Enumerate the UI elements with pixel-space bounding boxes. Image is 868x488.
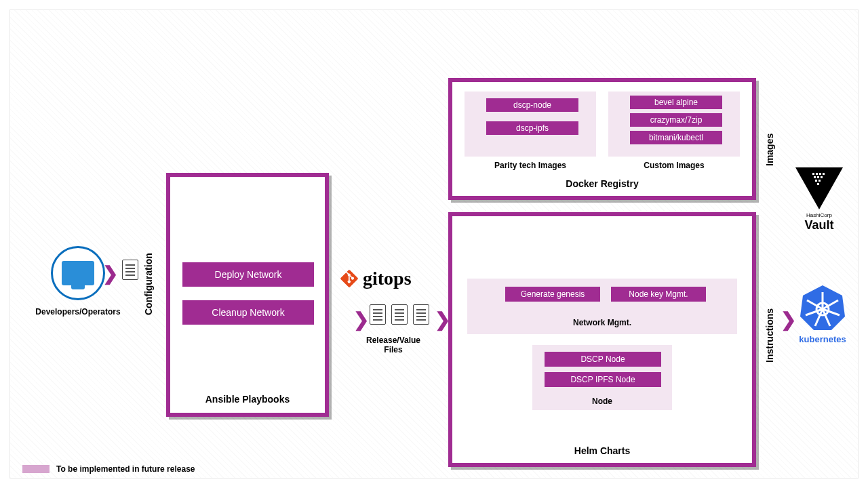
legend-text: To be implemented in future release [56,464,195,474]
ansible-title: Ansible Playbooks [170,394,325,405]
legend-swatch [22,465,50,473]
docker-registry-box: dscp-node dscp-ipfs Parity tech Images b… [448,78,756,200]
arrow-icon: ❯ [102,262,118,285]
vault-block: HashiCorp Vault [789,167,850,232]
chip-node-key-mgmt: Node key Mgmt. [611,287,706,302]
svg-rect-4 [814,176,816,178]
kubernetes-icon [799,284,846,331]
chip-dscp-node: dscp-node [486,98,578,112]
helm-charts-box: Generate genesis Node key Mgmt. Network … [448,212,756,467]
svg-rect-5 [817,176,819,178]
svg-rect-9 [817,183,819,185]
vault-top: HashiCorp [789,212,850,218]
vlabel-instructions: Instructions [764,281,775,363]
developers-label: Developers/Operators [31,307,125,317]
git-icon [340,269,359,288]
network-mgmt-caption: Network Mgmt. [467,318,737,327]
svg-rect-3 [823,173,825,175]
developers-icon [51,246,105,300]
chip-cleanup-network: Cleanup Network [182,300,314,325]
svg-rect-8 [818,180,821,182]
document-icon [370,304,386,325]
custom-caption: Custom Images [608,161,740,170]
svg-rect-7 [815,180,817,182]
chip-crazymax: crazymax/7zip [630,113,722,127]
document-icons [370,304,429,325]
vlabel-images: Images [764,112,775,166]
kubernetes-label: kubernetes [791,334,854,344]
gitops-text: gitops [363,268,412,289]
svg-rect-0 [812,173,814,175]
chip-dscp-node: DSCP Node [545,352,661,367]
gitops-logo: gitops [340,268,412,289]
svg-rect-1 [816,173,818,175]
helm-title: Helm Charts [452,445,752,456]
node-panel: DSCP Node DSCP IPFS Node Node [532,345,672,410]
chip-deploy-network: Deploy Network [182,262,314,287]
release-files-caption: Release/Value Files [356,336,431,354]
parity-caption: Parity tech Images [465,161,596,170]
docker-title: Docker Registry [452,178,752,189]
ansible-box: Deploy Network Cleanup Network Ansible P… [166,173,329,417]
node-caption: Node [532,396,672,406]
legend: To be implemented in future release [22,464,195,474]
chip-dscp-ipfs: dscp-ipfs [486,121,578,135]
chip-generate-genesis: Generate genesis [505,287,600,302]
chip-bitmani: bitmani/kubectl [630,131,722,144]
parity-panel: dscp-node dscp-ipfs [465,92,596,157]
vlabel-configuration: Configuration [143,234,154,315]
custom-panel: bevel alpine crazymax/7zip bitmani/kubec… [608,92,740,157]
vault-icon [795,167,843,209]
document-icon [391,304,408,325]
arrow-icon: ❯ [353,308,369,331]
svg-rect-6 [821,176,823,178]
chip-dscp-ipfs-node: DSCP IPFS Node [545,372,661,387]
svg-rect-2 [819,173,821,175]
network-mgmt-panel: Generate genesis Node key Mgmt. Network … [467,279,737,334]
chip-bevel-alpine: bevel alpine [630,96,722,109]
kubernetes-block: kubernetes [791,284,854,344]
vault-label: Vault [789,218,850,232]
document-icon [413,304,429,325]
document-icon [122,260,138,280]
